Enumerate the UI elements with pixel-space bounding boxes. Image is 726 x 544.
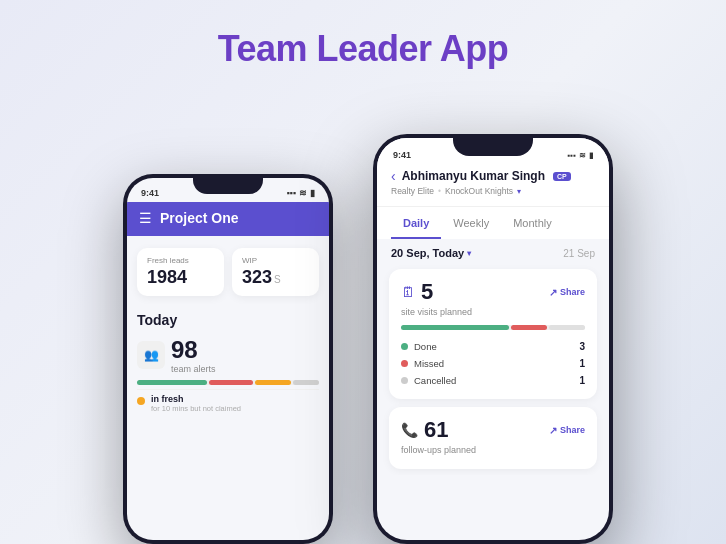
alerts-label: team alerts xyxy=(171,364,216,374)
cancelled-label: Cancelled xyxy=(414,375,456,386)
dot-separator: • xyxy=(438,186,441,196)
card2-share-icon: ↗ xyxy=(549,425,557,436)
contact-badge: CP xyxy=(553,172,571,181)
people-icon: 👥 xyxy=(144,348,159,362)
fresh-leads-value: 1984 xyxy=(147,267,214,288)
in-fresh-sublabel: for 10 mins but not claimed xyxy=(151,404,241,413)
page-title: Team Leader App xyxy=(0,0,726,70)
card1-share-button[interactable]: ↗ Share xyxy=(549,287,585,298)
cancelled-value: 1 xyxy=(579,375,585,386)
date-left: 20 Sep, Today ▾ xyxy=(391,247,471,259)
card1-header: 🗓 5 ↗ Share xyxy=(401,279,585,305)
calendar-icon: 🗓 xyxy=(401,284,415,300)
back-status-time: 9:41 xyxy=(141,188,159,198)
alerts-row: 👥 98 team alerts xyxy=(137,336,319,374)
today-label: Today xyxy=(137,312,319,328)
date-row: 20 Sep, Today ▾ 21 Sep xyxy=(377,239,609,263)
back-stats: Fresh leads 1984 WIP 323 S xyxy=(127,236,329,304)
pb-red xyxy=(209,380,253,385)
missed-value: 1 xyxy=(579,358,585,369)
dropdown-arrow-icon[interactable]: ▾ xyxy=(517,187,521,196)
alerts-progress-bar xyxy=(137,380,319,385)
alerts-icon: 👥 xyxy=(137,341,165,369)
cancelled-label-row: Cancelled xyxy=(401,375,456,386)
card1-progress xyxy=(401,325,585,330)
front-header: ‹ Abhimanyu Kumar Singh CP Realty Elite … xyxy=(377,164,609,207)
tab-daily[interactable]: Daily xyxy=(391,213,441,239)
in-fresh-dot xyxy=(137,397,145,405)
card1-icon-num: 🗓 5 xyxy=(401,279,433,305)
wifi-icon: ≋ xyxy=(299,188,307,198)
tab-monthly[interactable]: Monthly xyxy=(501,213,564,239)
pb-green xyxy=(137,380,207,385)
front-battery-icon: ▮ xyxy=(589,151,593,160)
done-value: 3 xyxy=(579,341,585,352)
front-phone-notch xyxy=(453,134,533,156)
alerts-value: 98 xyxy=(171,336,216,364)
card1-pb-gray xyxy=(549,325,585,330)
site-visits-card: 🗓 5 ↗ Share site visits planned xyxy=(389,269,597,399)
missed-label-row: Missed xyxy=(401,358,444,369)
front-content: 🗓 5 ↗ Share site visits planned xyxy=(377,263,609,475)
front-tabs: Daily Weekly Monthly xyxy=(377,207,609,239)
card2-header: 📞 61 ↗ Share xyxy=(401,417,585,443)
battery-icon: ▮ xyxy=(310,188,315,198)
fresh-leads-label: Fresh leads xyxy=(147,256,214,265)
back-phone-screen: 9:41 ▪▪▪ ≋ ▮ ☰ Project One Fresh leads 1… xyxy=(127,178,329,540)
signal-icon: ▪▪▪ xyxy=(286,188,296,198)
back-header: ☰ Project One xyxy=(127,202,329,236)
wip-card: WIP 323 S xyxy=(232,248,319,296)
pb-orange xyxy=(255,380,290,385)
in-fresh-row: in fresh for 10 mins but not claimed xyxy=(137,389,319,417)
back-phone-notch xyxy=(193,174,263,194)
card1-cancelled-row: Cancelled 1 xyxy=(401,372,585,389)
card1-missed-row: Missed 1 xyxy=(401,355,585,372)
card2-number: 61 xyxy=(424,417,448,443)
card1-pb-green xyxy=(401,325,509,330)
contact-sub1: Realty Elite xyxy=(391,186,434,196)
card1-number: 5 xyxy=(421,279,433,305)
front-signal-icon: ▪▪▪ xyxy=(567,151,576,160)
card1-pb-red xyxy=(511,325,547,330)
card2-subtitle: follow-ups planned xyxy=(401,445,585,455)
front-wifi-icon: ≋ xyxy=(579,151,586,160)
done-label: Done xyxy=(414,341,437,352)
back-phone: 9:41 ▪▪▪ ≋ ▮ ☰ Project One Fresh leads 1… xyxy=(123,174,333,544)
front-status-time: 9:41 xyxy=(393,150,411,160)
pb-gray xyxy=(293,380,319,385)
card1-done-row: Done 3 xyxy=(401,338,585,355)
wip-value: 323 xyxy=(242,267,272,288)
back-header-title: Project One xyxy=(160,210,239,226)
in-fresh-label: in fresh xyxy=(151,394,241,404)
wip-label: WIP xyxy=(242,256,309,265)
contact-sub: Realty Elite • KnockOut Knights ▾ xyxy=(391,186,595,196)
back-today-section: Today 👥 98 team alerts xyxy=(127,304,329,423)
contact-sub2: KnockOut Knights xyxy=(445,186,513,196)
missed-dot xyxy=(401,360,408,367)
share-icon: ↗ xyxy=(549,287,557,298)
front-phone: 9:41 ▪▪▪ ≋ ▮ ‹ Abhimanyu Kumar Singh CP … xyxy=(373,134,613,544)
card1-subtitle: site visits planned xyxy=(401,307,585,317)
back-arrow-icon[interactable]: ‹ xyxy=(391,168,396,184)
phone-icon: 📞 xyxy=(401,422,418,438)
cancelled-dot xyxy=(401,377,408,384)
front-status-icons: ▪▪▪ ≋ ▮ xyxy=(567,151,593,160)
phones-container: 9:41 ▪▪▪ ≋ ▮ ☰ Project One Fresh leads 1… xyxy=(103,124,623,544)
back-status-icons: ▪▪▪ ≋ ▮ xyxy=(286,188,315,198)
front-phone-screen: 9:41 ▪▪▪ ≋ ▮ ‹ Abhimanyu Kumar Singh CP … xyxy=(377,138,609,540)
done-label-row: Done xyxy=(401,341,437,352)
done-dot xyxy=(401,343,408,350)
card2-icon-num: 📞 61 xyxy=(401,417,448,443)
contact-back-row: ‹ Abhimanyu Kumar Singh CP xyxy=(391,168,595,184)
followups-card: 📞 61 ↗ Share follow-ups planned xyxy=(389,407,597,469)
fresh-leads-card: Fresh leads 1984 xyxy=(137,248,224,296)
date-dropdown-icon[interactable]: ▾ xyxy=(467,249,471,258)
missed-label: Missed xyxy=(414,358,444,369)
wip-suffix: S xyxy=(274,274,281,285)
date-right: 21 Sep xyxy=(563,248,595,259)
card2-share-button[interactable]: ↗ Share xyxy=(549,425,585,436)
hamburger-icon[interactable]: ☰ xyxy=(139,210,152,226)
contact-name: Abhimanyu Kumar Singh xyxy=(402,169,545,183)
tab-weekly[interactable]: Weekly xyxy=(441,213,501,239)
